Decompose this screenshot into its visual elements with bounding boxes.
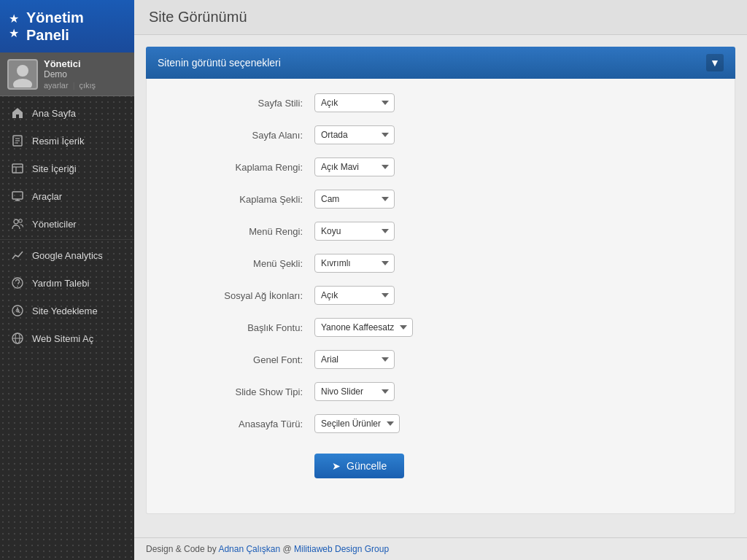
svg-rect-6 xyxy=(12,164,23,173)
form-row-menu-rengi: Menü Rengi:KoyuAçıkMavi xyxy=(169,222,713,241)
sidebar: ★ ★ Yönetim Paneli Yönetici Demo ayarlar… xyxy=(0,0,134,560)
form-label-kaplama-sekli: Kaplama Şekli: xyxy=(169,194,314,205)
form-label-sayfa-stili: Sayfa Stili: xyxy=(169,98,314,109)
user-links-separator: | xyxy=(73,81,75,90)
select-genel-font[interactable]: ArialGeorgiaVerdanaTahoma xyxy=(314,350,395,369)
svg-point-1 xyxy=(13,79,32,88)
form-label-sayfa-alani: Sayfa Alanı: xyxy=(169,130,314,141)
logo-text: Yönetim Paneli xyxy=(26,9,84,44)
form-row-menu-sekli: Menü Şekli:KıvrımlıDüzKöşeli xyxy=(169,254,713,273)
form-label-genel-font: Genel Font: xyxy=(169,354,314,365)
sidebar-item-yoneticiler[interactable]: Yöneticiler xyxy=(0,210,134,238)
ana-sayfa-icon xyxy=(10,106,25,120)
footer-text: Design & Code by xyxy=(146,544,218,554)
select-kaplama-sekli[interactable]: CamDüzMetalik xyxy=(314,190,395,209)
form-label-sosyal-ag: Sosyal Ağ İkonları: xyxy=(169,290,314,301)
svg-point-12 xyxy=(14,219,18,224)
google-analytics-icon xyxy=(10,248,25,262)
page-title: Site Görünümü xyxy=(149,9,732,26)
site-icerigi-icon xyxy=(10,161,25,176)
form-row-kaplama-sekli: Kaplama Şekli:CamDüzMetalik xyxy=(169,190,713,209)
form-row-sosyal-ag: Sosyal Ağ İkonları:AçıkKapalı xyxy=(169,286,713,305)
nav-menu: Ana SayfaResmi İçerikSite İçeriğiAraçlar… xyxy=(0,96,134,560)
form-row-sayfa-alani: Sayfa Alanı:OrtadaSoldaSağda xyxy=(169,125,713,144)
form-row-genel-font: Genel Font:ArialGeorgiaVerdanaTahoma xyxy=(169,350,713,369)
select-sayfa-stili[interactable]: AçıkKoyuÖzel xyxy=(314,93,395,112)
web-sitemi-ac-icon xyxy=(10,331,25,346)
content-area: Sitenin görüntü seçenekleri ▼ Sayfa Stil… xyxy=(134,35,747,537)
form-label-menu-rengi: Menü Rengi: xyxy=(169,226,314,237)
araclar-icon xyxy=(10,189,25,203)
sidebar-item-site-yedekleme[interactable]: Site Yedekleme xyxy=(0,297,134,324)
star-icon-top: ★ xyxy=(9,13,19,25)
select-baslik-fontu[interactable]: Yanone KaffeesatzArialGeorgiaVerdana xyxy=(314,318,413,337)
main-content: Site Görünümü Sitenin görüntü seçenekler… xyxy=(134,0,747,560)
yardim-talebi-icon xyxy=(10,276,25,290)
logo-star: ★ ★ xyxy=(9,13,19,39)
settings-link[interactable]: ayarlar xyxy=(44,81,69,90)
sidebar-item-label-yardim-talebi: Yardım Talebi xyxy=(32,278,89,289)
sidebar-item-ana-sayfa[interactable]: Ana Sayfa xyxy=(0,99,134,127)
user-role: Demo xyxy=(44,69,127,79)
sidebar-item-site-icerigi[interactable]: Site İçeriği xyxy=(0,155,134,182)
footer: Design & Code by Adnan Çalışkan @ Militi… xyxy=(134,537,747,560)
submit-row: ➤ Güncelle xyxy=(169,446,713,478)
yoneticiler-icon xyxy=(10,217,25,231)
select-sayfa-alani[interactable]: OrtadaSoldaSağda xyxy=(314,125,395,144)
sidebar-item-label-web-sitemi-ac: Web Sitemi Aç xyxy=(32,333,93,344)
sidebar-item-label-site-yedekleme: Site Yedekleme xyxy=(32,306,98,316)
select-sosyal-ag[interactable]: AçıkKapalı xyxy=(314,286,395,305)
sidebar-item-label-araclar: Araçlar xyxy=(32,191,62,202)
svg-point-15 xyxy=(17,286,18,287)
svg-point-13 xyxy=(19,219,22,222)
form-label-anasayfa-turu: Anasayfa Türü: xyxy=(169,419,314,429)
select-kaplama-rengi[interactable]: Açık MaviKoyu MaviKırmızıYeşil xyxy=(314,158,395,176)
form-rows: Sayfa Stili:AçıkKoyuÖzelSayfa Alanı:Orta… xyxy=(169,93,713,433)
section-collapse-btn[interactable]: ▼ xyxy=(706,54,724,71)
svg-point-0 xyxy=(17,65,28,77)
footer-company-link[interactable]: Militiaweb Design Group xyxy=(294,544,389,554)
logo-area: ★ ★ Yönetim Paneli xyxy=(0,0,134,52)
user-area: Yönetici Demo ayarlar | çıkış xyxy=(0,52,134,96)
sidebar-item-label-yoneticiler: Yöneticiler xyxy=(32,219,77,230)
section-header[interactable]: Sitenin görüntü seçenekleri ▼ xyxy=(146,47,735,79)
sidebar-item-label-resmi-icerik: Resmi İçerik xyxy=(32,136,85,147)
footer-author-link[interactable]: Adnan Çalışkan xyxy=(218,544,280,554)
form-row-baslik-fontu: Başlık Fontu:Yanone KaffeesatzArialGeorg… xyxy=(169,318,713,337)
select-anasayfa-turu[interactable]: Seçilen ÜrünlerSon ÜrünlerÖne Çıkanlar xyxy=(314,414,400,433)
section-body: Sayfa Stili:AçıkKoyuÖzelSayfa Alanı:Orta… xyxy=(146,79,735,514)
sidebar-item-araclar[interactable]: Araçlar xyxy=(0,182,134,210)
form-row-anasayfa-turu: Anasayfa Türü:Seçilen ÜrünlerSon Ürünler… xyxy=(169,414,713,433)
select-menu-rengi[interactable]: KoyuAçıkMavi xyxy=(314,222,395,241)
sidebar-item-label-site-icerigi: Site İçeriği xyxy=(32,163,77,174)
form-label-baslik-fontu: Başlık Fontu: xyxy=(169,322,314,333)
form-row-kaplama-rengi: Kaplama Rengi:Açık MaviKoyu MaviKırmızıY… xyxy=(169,158,713,176)
select-slide-show[interactable]: Nivo SliderCycleFade xyxy=(314,382,395,401)
form-label-kaplama-rengi: Kaplama Rengi: xyxy=(169,162,314,173)
sidebar-item-label-ana-sayfa: Ana Sayfa xyxy=(32,108,76,119)
star-icon-bottom: ★ xyxy=(9,28,19,39)
form-row-slide-show: Slide Show Tipi:Nivo SliderCycleFade xyxy=(169,382,713,401)
logout-link[interactable]: çıkış xyxy=(79,81,96,90)
nav-divider-analytics xyxy=(0,239,134,240)
sidebar-item-google-analytics[interactable]: Google Analytics xyxy=(0,241,134,269)
update-label: Güncelle xyxy=(347,460,387,472)
select-menu-sekli[interactable]: KıvrımlıDüzKöşeli xyxy=(314,254,395,273)
sidebar-item-resmi-icerik[interactable]: Resmi İçerik xyxy=(0,127,134,155)
avatar xyxy=(7,59,38,90)
form-label-menu-sekli: Menü Şekli: xyxy=(169,258,314,269)
update-button[interactable]: ➤ Güncelle xyxy=(314,454,404,478)
svg-rect-9 xyxy=(12,192,23,199)
sidebar-item-web-sitemi-ac[interactable]: Web Sitemi Aç xyxy=(0,324,134,352)
section-header-title: Sitenin görüntü seçenekleri xyxy=(158,57,281,69)
site-yedekleme-icon xyxy=(10,303,25,318)
page-header: Site Görünümü xyxy=(134,0,747,35)
form-row-sayfa-stili: Sayfa Stili:AçıkKoyuÖzel xyxy=(169,93,713,112)
username: Yönetici xyxy=(44,58,127,69)
form-label-slide-show: Slide Show Tipi: xyxy=(169,386,314,397)
resmi-icerik-icon xyxy=(10,133,25,148)
user-links: ayarlar | çıkış xyxy=(44,81,127,90)
sidebar-item-yardim-talebi[interactable]: Yardım Talebi xyxy=(0,269,134,297)
update-icon: ➤ xyxy=(332,460,341,472)
user-info: Yönetici Demo ayarlar | çıkış xyxy=(44,58,127,90)
